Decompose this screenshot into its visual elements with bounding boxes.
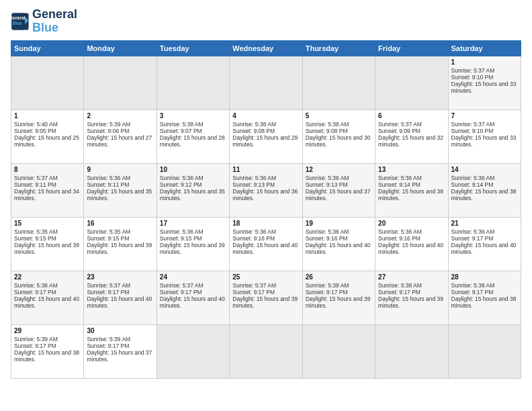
sunrise-text: Sunrise: 5:37 AM	[451, 121, 518, 128]
sunset-text: Sunset: 9:16 PM	[232, 235, 299, 242]
calendar-week-row: 29Sunrise: 5:39 AMSunset: 9:17 PMDayligh…	[11, 324, 521, 378]
calendar-day-cell	[84, 56, 157, 109]
daylight-text: Daylight: 15 hours and 38 minutes.	[451, 295, 518, 309]
calendar-day-cell: 3Sunrise: 5:38 AMSunset: 9:07 PMDaylight…	[157, 109, 229, 163]
day-number: 27	[378, 273, 445, 281]
sunset-text: Sunset: 9:08 PM	[306, 128, 372, 134]
sunset-text: Sunset: 9:10 PM	[451, 74, 518, 81]
daylight-text: Daylight: 15 hours and 34 minutes.	[14, 188, 81, 201]
sunset-text: Sunset: 9:13 PM	[306, 181, 372, 188]
daylight-text: Daylight: 15 hours and 30 minutes.	[306, 134, 372, 148]
daylight-text: Daylight: 15 hours and 33 minutes.	[451, 81, 518, 94]
sunset-text: Sunset: 9:17 PM	[14, 342, 81, 349]
sunrise-text: Sunrise: 5:36 AM	[232, 175, 299, 181]
calendar-day-cell	[157, 324, 229, 378]
day-of-week-header: Monday	[84, 40, 157, 56]
day-number: 22	[14, 273, 81, 281]
day-number: 16	[87, 220, 153, 227]
page-header: General Blue General Blue	[11, 8, 521, 35]
sunset-text: Sunset: 9:11 PM	[14, 181, 81, 188]
calendar-day-cell: 23Sunrise: 5:37 AMSunset: 9:17 PMDayligh…	[84, 271, 157, 324]
sunset-text: Sunset: 9:17 PM	[451, 289, 518, 295]
sunset-text: Sunset: 9:17 PM	[378, 289, 445, 295]
sunrise-text: Sunrise: 5:35 AM	[87, 228, 153, 235]
day-of-week-header: Tuesday	[157, 40, 229, 56]
daylight-text: Daylight: 15 hours and 35 minutes.	[160, 188, 226, 201]
calendar-day-cell: 25Sunrise: 5:37 AMSunset: 9:17 PMDayligh…	[230, 271, 302, 324]
sunrise-text: Sunrise: 5:36 AM	[451, 228, 518, 235]
sunrise-text: Sunrise: 5:38 AM	[378, 282, 445, 289]
sunset-text: Sunset: 9:15 PM	[14, 235, 81, 242]
sunrise-text: Sunrise: 5:36 AM	[378, 175, 445, 181]
sunrise-text: Sunrise: 5:37 AM	[451, 67, 518, 74]
calendar-day-cell: 16Sunrise: 5:35 AMSunset: 9:15 PMDayligh…	[84, 217, 157, 271]
sunrise-text: Sunrise: 5:37 AM	[160, 282, 226, 289]
sunset-text: Sunset: 9:05 PM	[14, 128, 81, 134]
calendar-day-cell: 5Sunrise: 5:38 AMSunset: 9:08 PMDaylight…	[302, 109, 375, 163]
day-number: 3	[160, 112, 226, 120]
daylight-text: Daylight: 15 hours and 29 minutes.	[232, 134, 299, 148]
day-number: 6	[378, 112, 445, 120]
calendar-day-cell: 19Sunrise: 5:36 AMSunset: 9:16 PMDayligh…	[302, 217, 375, 271]
day-number: 17	[160, 220, 226, 227]
calendar-day-cell: 1Sunrise: 5:37 AMSunset: 9:10 PMDaylight…	[448, 56, 521, 109]
sunset-text: Sunset: 9:10 PM	[451, 128, 518, 134]
day-number: 1	[451, 58, 518, 66]
calendar-table: SundayMondayTuesdayWednesdayThursdayFrid…	[11, 40, 521, 379]
sunrise-text: Sunrise: 5:36 AM	[160, 175, 226, 181]
calendar-day-cell: 18Sunrise: 5:36 AMSunset: 9:16 PMDayligh…	[230, 217, 302, 271]
calendar-day-cell: 12Sunrise: 5:36 AMSunset: 9:13 PMDayligh…	[302, 163, 375, 217]
daylight-text: Daylight: 15 hours and 40 minutes.	[451, 242, 518, 255]
calendar-day-cell: 24Sunrise: 5:37 AMSunset: 9:17 PMDayligh…	[157, 271, 229, 324]
daylight-text: Daylight: 15 hours and 39 minutes.	[306, 295, 372, 309]
svg-text:Blue: Blue	[13, 21, 22, 26]
sunset-text: Sunset: 9:17 PM	[14, 289, 81, 295]
daylight-text: Daylight: 15 hours and 40 minutes.	[160, 295, 226, 309]
calendar-day-cell: 13Sunrise: 5:36 AMSunset: 9:14 PMDayligh…	[375, 163, 448, 217]
day-of-week-header: Wednesday	[230, 40, 302, 56]
daylight-text: Daylight: 15 hours and 28 minutes.	[160, 134, 226, 148]
sunrise-text: Sunrise: 5:37 AM	[87, 282, 153, 289]
daylight-text: Daylight: 15 hours and 39 minutes.	[232, 295, 299, 309]
calendar-day-cell: 14Sunrise: 5:36 AMSunset: 9:14 PMDayligh…	[448, 163, 521, 217]
sunrise-text: Sunrise: 5:38 AM	[232, 121, 299, 128]
daylight-text: Daylight: 15 hours and 36 minutes.	[232, 188, 299, 201]
day-number: 21	[451, 220, 518, 227]
calendar-day-cell: 26Sunrise: 5:38 AMSunset: 9:17 PMDayligh…	[302, 271, 375, 324]
day-number: 8	[14, 166, 81, 173]
sunset-text: Sunset: 9:14 PM	[451, 181, 518, 188]
sunset-text: Sunset: 9:17 PM	[232, 289, 299, 295]
day-number: 24	[160, 273, 226, 281]
sunset-text: Sunset: 9:16 PM	[378, 235, 445, 242]
day-number: 13	[378, 166, 445, 173]
sunset-text: Sunset: 9:17 PM	[160, 289, 226, 295]
daylight-text: Daylight: 15 hours and 37 minutes.	[87, 349, 153, 363]
sunset-text: Sunset: 9:11 PM	[87, 181, 153, 188]
calendar-week-row: 1Sunrise: 5:40 AMSunset: 9:05 PMDaylight…	[11, 109, 521, 163]
day-number: 15	[14, 220, 81, 227]
calendar-day-cell	[375, 56, 448, 109]
day-number: 1	[14, 112, 81, 120]
daylight-text: Daylight: 15 hours and 35 minutes.	[87, 188, 153, 201]
calendar-day-cell: 15Sunrise: 5:35 AMSunset: 9:15 PMDayligh…	[11, 217, 84, 271]
day-number: 29	[14, 327, 81, 334]
day-of-week-header: Thursday	[302, 40, 375, 56]
calendar-day-cell	[448, 324, 521, 378]
day-number: 26	[306, 273, 372, 281]
sunset-text: Sunset: 9:17 PM	[87, 289, 153, 295]
daylight-text: Daylight: 15 hours and 40 minutes.	[14, 295, 81, 309]
sunrise-text: Sunrise: 5:36 AM	[378, 228, 445, 235]
sunrise-text: Sunrise: 5:37 AM	[378, 121, 445, 128]
sunset-text: Sunset: 9:17 PM	[451, 235, 518, 242]
daylight-text: Daylight: 15 hours and 40 minutes.	[232, 242, 299, 255]
sunset-text: Sunset: 9:15 PM	[160, 235, 226, 242]
calendar-day-cell: 21Sunrise: 5:36 AMSunset: 9:17 PMDayligh…	[448, 217, 521, 271]
day-number: 19	[306, 220, 372, 227]
logo-text: General Blue	[32, 8, 77, 35]
daylight-text: Daylight: 15 hours and 39 minutes.	[87, 242, 153, 255]
daylight-text: Daylight: 15 hours and 32 minutes.	[378, 134, 445, 148]
sunset-text: Sunset: 9:14 PM	[378, 181, 445, 188]
sunset-text: Sunset: 9:17 PM	[306, 289, 372, 295]
sunrise-text: Sunrise: 5:38 AM	[160, 121, 226, 128]
daylight-text: Daylight: 15 hours and 40 minutes.	[87, 295, 153, 309]
